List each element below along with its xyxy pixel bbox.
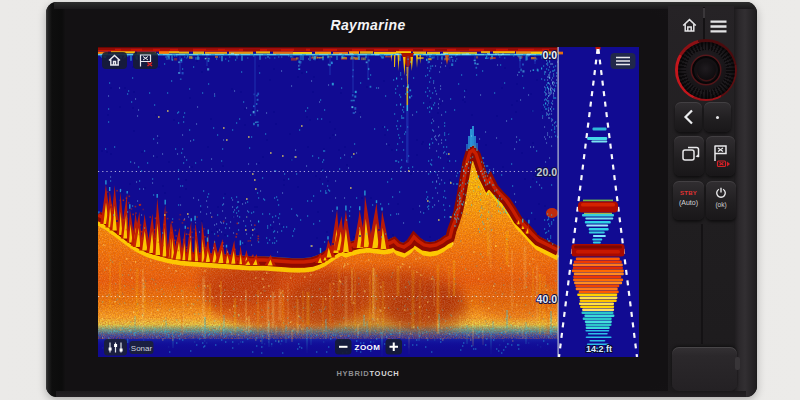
svg-text:Sonar: Sonar bbox=[131, 344, 153, 353]
svg-text:40.0: 40.0 bbox=[537, 293, 558, 305]
svg-text:ZOOM: ZOOM bbox=[355, 343, 381, 352]
svg-text:0.0: 0.0 bbox=[542, 49, 557, 61]
svg-text:14.2 ft: 14.2 ft bbox=[586, 344, 612, 354]
svg-text:20.0: 20.0 bbox=[537, 166, 558, 178]
